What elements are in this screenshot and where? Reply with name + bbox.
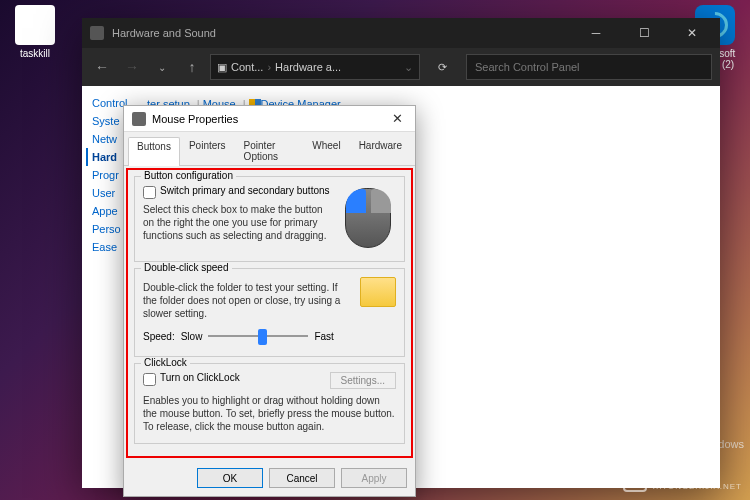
up-button[interactable]: ↑ [180, 55, 204, 79]
mouse-properties-dialog: Mouse Properties ✕ ButtonsPointersPointe… [123, 105, 416, 497]
back-button[interactable]: ← [90, 55, 114, 79]
chevron-right-icon: › [267, 61, 271, 73]
button-config-group: Button configuration Switch primary and … [134, 176, 405, 262]
group-description: Enables you to highlight or drag without… [143, 390, 396, 433]
switch-buttons-checkbox[interactable]: Switch primary and secondary buttons [143, 185, 335, 199]
close-icon[interactable]: ✕ [387, 111, 407, 126]
search-input[interactable]: Search Control Panel [466, 54, 712, 80]
clicklock-settings-button[interactable]: Settings... [330, 372, 396, 389]
tab-buttons[interactable]: Buttons [128, 137, 180, 166]
desktop-icon-taskkill[interactable]: taskkill [5, 5, 65, 59]
checkbox-input[interactable] [143, 186, 156, 199]
tab-hardware[interactable]: Hardware [350, 136, 411, 165]
breadcrumb[interactable]: ▣ Cont... › Hardware a... ⌄ [210, 54, 420, 80]
group-description: Double-click the folder to test your set… [143, 281, 396, 320]
mouse-illustration [341, 185, 396, 251]
cancel-button[interactable]: Cancel [269, 468, 335, 488]
clicklock-checkbox[interactable]: Turn on ClickLock [143, 372, 330, 386]
mouse-icon [132, 112, 146, 126]
tab-pointers[interactable]: Pointers [180, 136, 235, 165]
speed-label: Speed: [143, 331, 175, 342]
folder-icon: ▣ [217, 61, 227, 74]
dialog-footer: OK Cancel Apply [124, 460, 415, 496]
group-title: Double-click speed [141, 262, 232, 273]
window-title: Hardware and Sound [112, 27, 568, 39]
tab-pointer-options[interactable]: Pointer Options [235, 136, 304, 165]
desktop-icon-label: taskkill [5, 48, 65, 59]
dialog-title: Mouse Properties [152, 113, 387, 125]
slow-label: Slow [181, 331, 203, 342]
test-folder-icon[interactable] [360, 277, 396, 307]
speed-slider[interactable] [208, 326, 308, 346]
dialog-titlebar[interactable]: Mouse Properties ✕ [124, 106, 415, 132]
double-click-group: Double-click speed Double-click the fold… [134, 268, 405, 357]
apply-button[interactable]: Apply [341, 468, 407, 488]
watermark: 系统之家 XITONGZHIJIA.NET [623, 468, 742, 492]
tab-wheel[interactable]: Wheel [303, 136, 349, 165]
group-title: ClickLock [141, 357, 190, 368]
tab-strip: ButtonsPointersPointer OptionsWheelHardw… [124, 132, 415, 166]
maximize-button[interactable]: ☐ [624, 18, 664, 48]
dialog-body: Button configuration Switch primary and … [126, 168, 413, 458]
clicklock-group: ClickLock Settings... Turn on ClickLock … [134, 363, 405, 444]
checkbox-input[interactable] [143, 373, 156, 386]
close-button[interactable]: ✕ [672, 18, 712, 48]
fast-label: Fast [314, 331, 333, 342]
file-icon [15, 5, 55, 45]
refresh-button[interactable]: ⟳ [430, 61, 454, 74]
nav-toolbar: ← → ⌄ ↑ ▣ Cont... › Hardware a... ⌄ ⟳ Se… [82, 48, 720, 86]
ok-button[interactable]: OK [197, 468, 263, 488]
minimize-button[interactable]: ─ [576, 18, 616, 48]
nav-dropdown[interactable]: ⌄ [150, 55, 174, 79]
chevron-down-icon[interactable]: ⌄ [404, 61, 413, 74]
app-icon [90, 26, 104, 40]
forward-button[interactable]: → [120, 55, 144, 79]
house-icon [623, 468, 647, 492]
window-titlebar[interactable]: Hardware and Sound ─ ☐ ✕ [82, 18, 720, 48]
group-title: Button configuration [141, 170, 236, 181]
